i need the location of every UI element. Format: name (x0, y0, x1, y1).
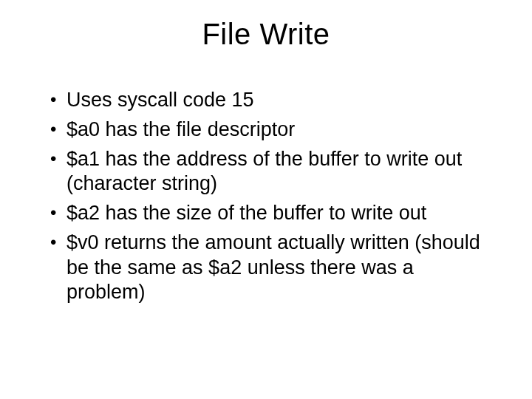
list-item: $a0 has the file descriptor (50, 117, 495, 143)
list-item: $a1 has the address of the buffer to wri… (50, 147, 495, 197)
list-item: $a2 has the size of the buffer to write … (50, 201, 495, 226)
list-item: $v0 returns the amount actually written … (50, 231, 495, 305)
bullet-list: Uses syscall code 15 $a0 has the file de… (30, 88, 502, 305)
list-item: Uses syscall code 15 (50, 88, 495, 113)
slide-title: File Write (30, 18, 502, 51)
slide: File Write Uses syscall code 15 $a0 has … (0, 0, 532, 399)
